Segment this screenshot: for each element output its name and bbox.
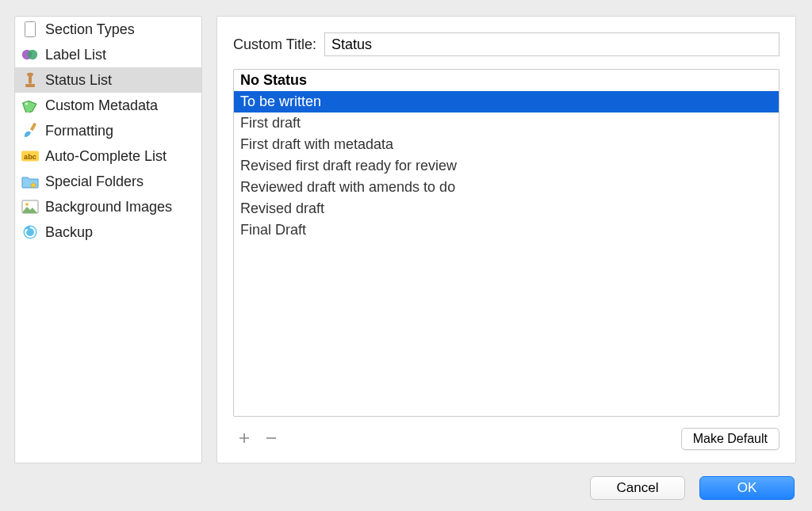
status-listbox[interactable]: No Status To be written First draft Firs… [233, 69, 779, 417]
brush-icon [21, 122, 39, 139]
sidebar-item-formatting[interactable]: Formatting [15, 118, 201, 143]
status-list-row[interactable]: First draft [234, 112, 779, 134]
sidebar-item-label: Auto-Complete List [45, 148, 167, 165]
custom-title-input[interactable] [324, 32, 779, 56]
tag-icon [21, 97, 39, 114]
svg-rect-0 [25, 22, 36, 37]
ok-button[interactable]: OK [699, 476, 795, 500]
status-list-panel: Custom Title: No Status To be written Fi… [216, 16, 796, 463]
status-list-row[interactable]: Revised first draft ready for review [234, 155, 779, 177]
status-list-row[interactable]: Final Draft [234, 219, 779, 241]
make-default-button[interactable]: Make Default [681, 428, 779, 450]
status-list-row[interactable]: First draft with metadata [234, 134, 779, 155]
status-list-header[interactable]: No Status [234, 70, 779, 91]
dialog-footer: Cancel OK [590, 476, 795, 500]
status-list-row[interactable]: Reviewed draft with amends to do [234, 177, 779, 198]
sidebar-item-backup[interactable]: Backup [15, 219, 201, 245]
sidebar-item-label: Formatting [45, 123, 113, 139]
sidebar-item-background-images[interactable]: Background Images [15, 194, 201, 219]
sidebar-item-label: Label List [45, 47, 106, 63]
sidebar-item-label: Background Images [45, 199, 172, 215]
custom-title-label: Custom Title: [233, 36, 316, 53]
sidebar-item-label: Custom Metadata [45, 97, 158, 114]
sidebar-item-label: Section Types [45, 21, 135, 38]
svg-point-6 [25, 103, 28, 105]
svg-rect-3 [25, 84, 35, 87]
sidebar-item-section-types[interactable]: Section Types [15, 17, 201, 42]
add-status-button[interactable] [238, 430, 251, 448]
section-types-icon [21, 21, 39, 38]
label-list-icon [21, 46, 39, 63]
sidebar-item-label: Special Folders [45, 174, 144, 190]
sidebar-item-special-folders[interactable]: Special Folders [15, 169, 201, 194]
folder-star-icon [21, 173, 39, 190]
sidebar-item-auto-complete-list[interactable]: abc Auto-Complete List [15, 143, 201, 169]
svg-text:abc: abc [24, 153, 36, 161]
svg-point-5 [27, 73, 33, 77]
status-list-row[interactable]: Revised draft [234, 198, 779, 219]
sidebar-item-label-list[interactable]: Label List [15, 42, 201, 67]
backup-icon [21, 223, 39, 241]
sidebar-item-custom-metadata[interactable]: Custom Metadata [15, 93, 201, 118]
category-sidebar: Section Types Label List [14, 16, 202, 463]
status-list-row[interactable]: To be written [234, 91, 779, 112]
svg-point-11 [25, 203, 29, 206]
status-list-icon [21, 71, 39, 89]
cancel-button[interactable]: Cancel [590, 476, 685, 500]
abc-icon: abc [21, 147, 39, 165]
remove-status-button[interactable] [265, 430, 278, 448]
svg-point-2 [28, 50, 37, 59]
image-icon [21, 198, 39, 215]
sidebar-item-label: Status List [45, 72, 112, 89]
sidebar-item-label: Backup [45, 224, 93, 241]
preferences-window: Section Types Label List [0, 0, 812, 511]
svg-rect-7 [30, 123, 36, 132]
sidebar-item-status-list[interactable]: Status List [15, 67, 201, 93]
